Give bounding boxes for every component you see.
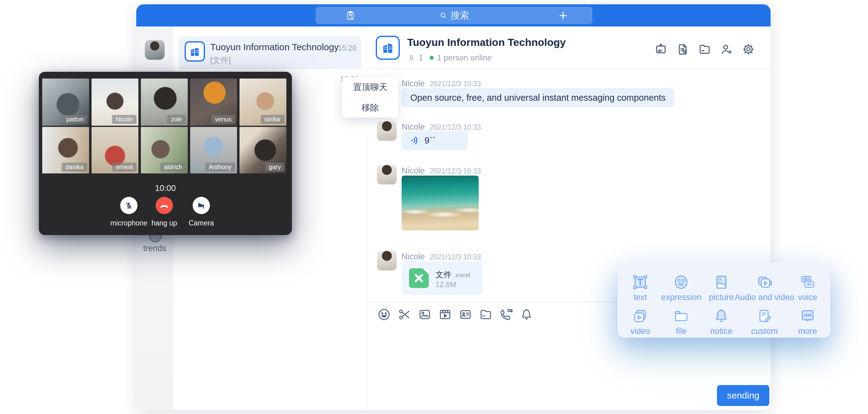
add-member-icon[interactable] bbox=[720, 42, 733, 56]
call-tile[interactable]: venus bbox=[190, 78, 237, 126]
voice-duration: 9`` bbox=[425, 135, 435, 146]
search-placeholder: 搜索 bbox=[451, 9, 469, 22]
member-icon bbox=[407, 54, 415, 62]
file-message-card[interactable]: 文件 .excel 12.8M bbox=[402, 261, 483, 295]
call-tile[interactable]: Anthony bbox=[190, 127, 237, 173]
call-tile[interactable]: gary bbox=[240, 127, 286, 173]
screenshot-scissors-icon[interactable] bbox=[397, 308, 411, 322]
text-icon bbox=[631, 274, 649, 291]
hang-up-icon bbox=[159, 200, 169, 211]
message-type-panel: text expression picture Audio and video bbox=[617, 262, 830, 338]
call-timer: 10:00 bbox=[39, 184, 292, 193]
search-input[interactable]: 搜索 bbox=[316, 7, 592, 24]
video-icon bbox=[631, 308, 649, 325]
text-message-bubble[interactable]: Open source, free, and universal instant… bbox=[402, 88, 675, 107]
files-icon[interactable] bbox=[698, 42, 711, 56]
participant-name: gary bbox=[265, 163, 284, 171]
input-toolbar bbox=[377, 308, 533, 322]
menu-item-remove[interactable]: 移除 bbox=[342, 97, 398, 118]
panel-item-expression[interactable]: expression bbox=[661, 274, 702, 302]
image-message-beach[interactable] bbox=[402, 176, 479, 230]
avatar[interactable] bbox=[377, 251, 397, 270]
call-tile[interactable]: Nicole bbox=[92, 78, 138, 126]
emoji-icon[interactable] bbox=[377, 308, 391, 322]
top-bar: 搜索 + bbox=[136, 4, 771, 27]
hang-up-button[interactable] bbox=[156, 197, 173, 214]
participant-name: ernest bbox=[112, 163, 136, 171]
header-divider bbox=[367, 68, 771, 69]
call-tile[interactable]: danika bbox=[42, 127, 89, 173]
conversation-time: 15:20 bbox=[338, 44, 356, 52]
context-menu: 置顶聊天 移除 bbox=[342, 77, 398, 118]
video-call-overlay: patton Nicole zole venus stellar danika … bbox=[39, 72, 292, 235]
avatar[interactable] bbox=[377, 165, 397, 185]
contact-card-icon[interactable] bbox=[458, 308, 472, 322]
audio-video-icon bbox=[756, 274, 773, 291]
user-avatar[interactable] bbox=[145, 40, 164, 60]
search-bar[interactable]: 搜索 + bbox=[316, 7, 592, 24]
participant-name: venus bbox=[212, 115, 235, 124]
notification-bell-icon[interactable] bbox=[519, 308, 533, 322]
microphone-label: microphone bbox=[110, 219, 147, 227]
sender-name: Nicole bbox=[402, 166, 425, 176]
message-time: 2021/12/3 10:33 bbox=[430, 80, 481, 88]
camera-label: Camera bbox=[189, 219, 214, 227]
group-avatar bbox=[376, 36, 400, 60]
file-name: 文件 bbox=[436, 269, 452, 280]
building-icon bbox=[189, 45, 201, 58]
folder-icon[interactable] bbox=[479, 308, 493, 322]
building-icon bbox=[381, 41, 395, 55]
panel-item-more[interactable]: more bbox=[798, 308, 817, 336]
excel-file-icon bbox=[409, 268, 429, 288]
message-text: Open source, free, and universal instant… bbox=[402, 88, 675, 107]
video-call-icon[interactable] bbox=[499, 308, 513, 322]
voice-icon bbox=[799, 274, 816, 291]
microphone-muted-icon bbox=[124, 200, 134, 211]
participant-name: Nicole bbox=[112, 115, 136, 124]
camera-muted-icon bbox=[196, 200, 206, 211]
video-clapper-icon[interactable] bbox=[438, 308, 452, 322]
trends-label[interactable]: trends bbox=[136, 244, 173, 253]
voice-wave-icon bbox=[410, 135, 420, 146]
header-actions bbox=[654, 42, 755, 56]
call-tile[interactable]: patton bbox=[42, 78, 89, 126]
panel-item-voice[interactable]: voice bbox=[798, 274, 817, 302]
online-dot bbox=[430, 56, 434, 60]
panel-item-audio-video[interactable]: Audio and video bbox=[735, 274, 794, 302]
custom-icon bbox=[756, 308, 773, 325]
message-meta: Nicole 2021/12/3 10:33 bbox=[402, 79, 481, 88]
online-status: 1 person online bbox=[437, 53, 492, 63]
add-button[interactable]: + bbox=[559, 7, 567, 23]
sender-name: Nicole bbox=[402, 122, 425, 132]
panel-item-picture[interactable]: picture bbox=[709, 274, 734, 302]
panel-item-text[interactable]: text bbox=[631, 274, 649, 302]
menu-item-pin-chat[interactable]: 置顶聊天 bbox=[342, 77, 398, 97]
call-tile[interactable]: aldrich bbox=[141, 127, 188, 173]
picture-icon[interactable] bbox=[418, 308, 432, 322]
voice-message-bubble[interactable]: 9`` bbox=[402, 131, 468, 150]
camera-toggle-button[interactable] bbox=[193, 197, 210, 214]
announcement-icon[interactable] bbox=[654, 42, 668, 56]
microphone-mute-button[interactable] bbox=[120, 197, 137, 214]
call-tile[interactable]: zole bbox=[141, 78, 188, 126]
participant-name: zole bbox=[167, 115, 186, 124]
panel-item-notice[interactable]: notice bbox=[710, 308, 733, 336]
call-tile[interactable]: ernest bbox=[92, 127, 138, 173]
settings-gear-icon[interactable] bbox=[742, 42, 755, 56]
participant-name: Anthony bbox=[205, 163, 235, 171]
message-time: 2021/12/3 10:33 bbox=[430, 123, 481, 131]
panel-item-file[interactable]: file bbox=[673, 308, 690, 336]
avatar[interactable] bbox=[377, 121, 397, 141]
chat-subtitle: 1 1 person online bbox=[407, 53, 492, 63]
picture-icon bbox=[713, 274, 730, 291]
expression-icon bbox=[673, 274, 690, 291]
more-icon bbox=[799, 308, 816, 325]
message-search-icon[interactable] bbox=[676, 42, 689, 56]
panel-item-video[interactable]: video bbox=[630, 308, 650, 336]
send-button[interactable]: sending bbox=[717, 385, 769, 406]
call-tile[interactable]: stellar bbox=[240, 78, 286, 126]
participant-name: patton bbox=[63, 115, 87, 124]
hang-up-label: hang up bbox=[151, 219, 177, 227]
conversation-item[interactable]: Tuoyun Information Technology [文件] 15:20 bbox=[179, 36, 361, 69]
panel-item-custom[interactable]: custom bbox=[751, 308, 778, 336]
